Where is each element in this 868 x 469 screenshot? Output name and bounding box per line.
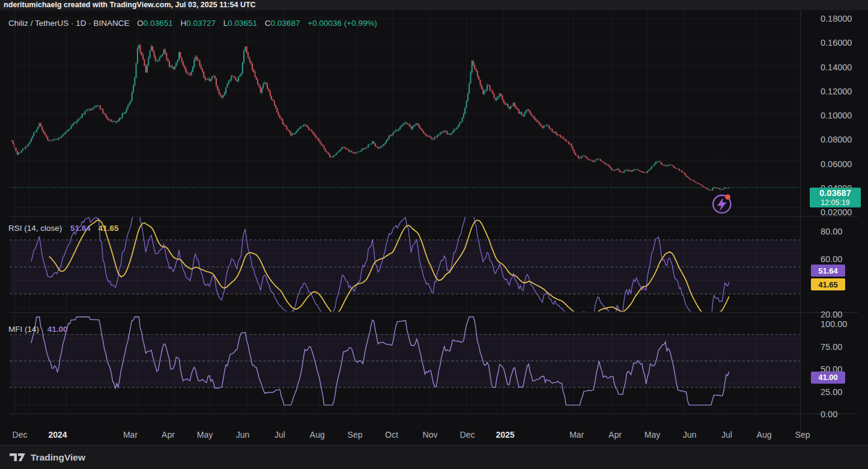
mfi-title[interactable]: MFI (14) [8, 325, 39, 334]
rsi-title[interactable]: RSI (14, close) [8, 224, 62, 233]
chart-canvas[interactable] [0, 10, 868, 445]
tradingview-wordmark[interactable]: TradingView [31, 452, 85, 463]
high-value: 0.03727 [186, 19, 216, 28]
footer-bar: TradingView [0, 445, 868, 469]
open-key: O [137, 19, 144, 28]
rsi-ma-value: 41.65 [99, 224, 119, 233]
open-value: 0.03651 [144, 19, 173, 28]
attribution-bar: nderitumichaelg created with TradingView… [0, 0, 868, 10]
symbol-legend: Chiliz / TetherUS · 1D · BINANCE O0.0365… [8, 19, 377, 28]
chart-area[interactable]: 0.180000.160000.140000.120000.100000.080… [0, 10, 868, 445]
symbol-title[interactable]: Chiliz / TetherUS · 1D · BINANCE [8, 19, 130, 28]
tradingview-logo[interactable] [10, 453, 26, 462]
attribution-text: nderitumichaelg created with TradingView… [4, 1, 256, 9]
high-key: H [180, 19, 186, 28]
tradingview-screenshot: nderitumichaelg created with TradingView… [0, 0, 868, 469]
close-key: C [265, 19, 271, 28]
price-axis[interactable] [810, 10, 868, 423]
close-value: 0.03687 [271, 19, 300, 28]
change-percent: (+0.99%) [344, 19, 377, 28]
rsi-value: 51.64 [70, 224, 91, 233]
rsi-legend: RSI (14, close) 51.64 41.65 [8, 224, 118, 233]
low-value: 0.03651 [228, 19, 257, 28]
mfi-legend: MFI (14) 41.00 [8, 325, 68, 334]
time-axis[interactable] [0, 424, 868, 445]
mfi-value: 41.00 [47, 325, 68, 334]
change-value: +0.00036 [308, 19, 342, 28]
flash-events-icon[interactable] [713, 194, 730, 213]
